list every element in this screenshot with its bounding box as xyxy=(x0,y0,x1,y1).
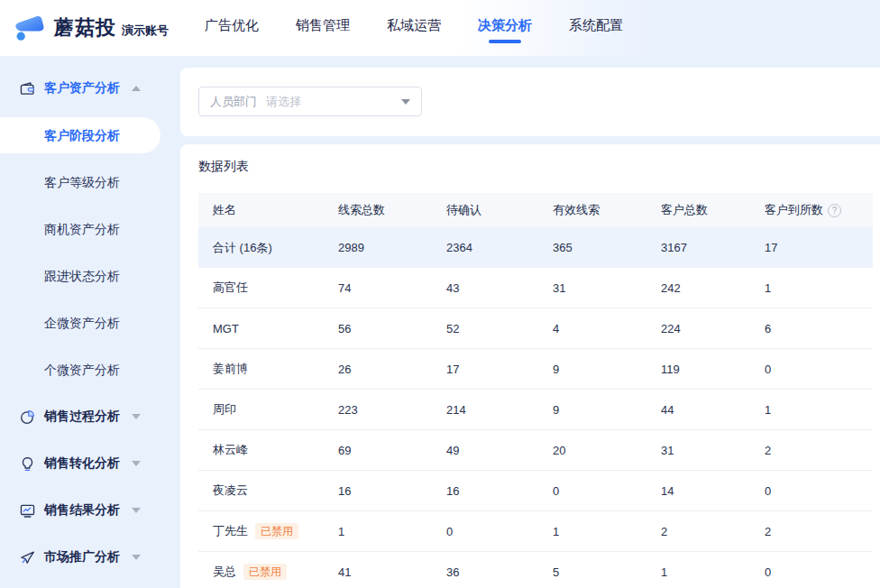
table-row: 高官任7443312421 xyxy=(198,268,873,308)
department-select[interactable]: 人员部门 请选择 xyxy=(198,87,422,116)
chevron-down-icon xyxy=(132,508,141,513)
value-cell: 1 xyxy=(765,281,873,295)
column-header-label: 客户到所数 xyxy=(765,202,823,218)
sidebar-group-label: 销售转化分析 xyxy=(44,455,120,472)
chevron-down-icon xyxy=(132,461,141,466)
column-header-姓名: 姓名 xyxy=(198,202,338,218)
monitor-chart-icon xyxy=(19,502,36,519)
column-header-label: 线索总数 xyxy=(338,202,385,218)
person-name: 姜前博 xyxy=(213,361,248,377)
summary-row: 合计 (16条)29892364365316717 xyxy=(198,227,873,268)
column-header-客户到所数: 客户到所数? xyxy=(765,202,873,218)
sidebar-group-label: 客户资产分析 xyxy=(44,80,120,96)
sidebar-group-销售转化分析[interactable]: 销售转化分析 xyxy=(0,446,180,482)
sidebar-group-label: 销售结果分析 xyxy=(44,502,120,519)
topnav-item-决策分析[interactable]: 决策分析 xyxy=(478,8,532,49)
brand-account-label: 演示账号 xyxy=(122,23,169,39)
sidebar-item-企微资产分析[interactable]: 企微资产分析 xyxy=(0,305,160,341)
value-cell: 1 xyxy=(338,525,446,538)
value-cell: 1 xyxy=(661,565,765,579)
data-list-title: 数据列表 xyxy=(198,159,880,175)
value-cell: 4 xyxy=(553,322,661,335)
name-cell: 夜凌云 xyxy=(198,482,338,499)
value-cell: 6 xyxy=(765,322,873,335)
value-cell: 1 xyxy=(765,403,873,417)
value-cell: 242 xyxy=(661,281,765,295)
sidebar-group-label: 市场推广分析 xyxy=(44,549,120,565)
table-row: 林云峰694920312 xyxy=(198,430,873,471)
column-header-有效线索: 有效线索 xyxy=(553,202,661,218)
value-cell: 0 xyxy=(765,363,873,376)
name-cell: 吴总已禁用 xyxy=(198,564,338,580)
brand-logo[interactable]: 蘑菇投 演示账号 xyxy=(0,14,169,41)
value-cell: 9 xyxy=(553,403,661,417)
value-cell: 224 xyxy=(661,322,765,335)
value-cell: 56 xyxy=(338,322,446,335)
sidebar-group-客户资产分析[interactable]: 客户资产分析 xyxy=(0,70,180,106)
sidebar-group-销售过程分析[interactable]: 销售过程分析 xyxy=(0,399,180,435)
column-header-待确认: 待确认 xyxy=(446,202,553,218)
person-name: 吴总 xyxy=(213,564,236,580)
sidebar-item-客户等级分析[interactable]: 客户等级分析 xyxy=(0,164,160,200)
value-cell: 5 xyxy=(553,565,661,579)
data-table: 姓名线索总数待确认有效线索客户总数客户到所数?合计 (16条)298923643… xyxy=(198,193,873,588)
value-cell: 74 xyxy=(338,281,446,295)
value-cell: 31 xyxy=(661,444,765,457)
table-row: 姜前博261791190 xyxy=(198,349,873,390)
value-cell: 9 xyxy=(553,363,661,376)
select-placeholder: 请选择 xyxy=(266,94,401,110)
table-row: 丁先生已禁用10122 xyxy=(198,511,873,552)
sidebar-item-客户阶段分析[interactable]: 客户阶段分析 xyxy=(0,117,160,153)
topnav-item-私域运营[interactable]: 私域运营 xyxy=(387,8,441,49)
value-cell: 214 xyxy=(446,403,553,417)
select-label: 人员部门 xyxy=(210,94,257,110)
filter-card: 人员部门 请选择 xyxy=(180,68,880,136)
value-cell: 2 xyxy=(765,525,873,538)
name-cell: 姜前博 xyxy=(198,361,338,377)
value-cell: 16 xyxy=(338,484,446,498)
top-bar: 蘑菇投 演示账号 广告优化销售管理私域运营决策分析系统配置 xyxy=(0,0,880,56)
person-name: 丁先生 xyxy=(213,523,248,539)
value-cell: 20 xyxy=(553,444,661,457)
name-cell: MGT xyxy=(198,322,338,335)
value-cell: 0 xyxy=(446,525,553,538)
help-icon[interactable]: ? xyxy=(828,204,841,217)
table-header-row: 姓名线索总数待确认有效线索客户总数客户到所数? xyxy=(198,193,873,227)
pie-chart-icon xyxy=(19,409,36,426)
table-row: 吴总已禁用4136510 xyxy=(198,552,873,588)
column-header-label: 客户总数 xyxy=(661,202,708,218)
top-navigation: 广告优化销售管理私域运营决策分析系统配置 xyxy=(205,8,660,49)
sidebar-navigation: 客户资产分析客户阶段分析客户等级分析商机资产分析跟进状态分析企微资产分析个微资产… xyxy=(0,56,180,588)
sidebar-item-商机资产分析[interactable]: 商机资产分析 xyxy=(0,211,160,247)
topnav-item-系统配置[interactable]: 系统配置 xyxy=(569,8,623,49)
person-name: 周印 xyxy=(213,401,236,418)
table-row: 周印2232149441 xyxy=(198,390,873,430)
value-cell: 0 xyxy=(765,565,873,579)
main-content: 人员部门 请选择 数据列表 姓名线索总数待确认有效线索客户总数客户到所数?合计 … xyxy=(180,56,880,588)
mushroom-logo-icon xyxy=(13,14,47,41)
value-cell: 2 xyxy=(765,444,873,457)
column-header-label: 待确认 xyxy=(446,202,481,218)
value-cell: 31 xyxy=(553,281,661,295)
brand-name: 蘑菇投 xyxy=(54,14,116,41)
column-header-客户总数: 客户总数 xyxy=(661,202,765,218)
topnav-item-销售管理[interactable]: 销售管理 xyxy=(296,8,350,49)
value-cell: 0 xyxy=(765,484,873,498)
sidebar-group-销售结果分析[interactable]: 销售结果分析 xyxy=(0,492,180,528)
summary-value-cell: 2364 xyxy=(446,241,553,254)
chevron-down-icon xyxy=(401,99,410,105)
paper-plane-icon xyxy=(19,549,36,566)
chevron-down-icon xyxy=(132,555,141,560)
value-cell: 16 xyxy=(446,484,553,498)
topnav-item-广告优化[interactable]: 广告优化 xyxy=(205,8,259,49)
sidebar-item-跟进状态分析[interactable]: 跟进状态分析 xyxy=(0,258,160,294)
value-cell: 43 xyxy=(446,281,553,295)
sidebar-group-市场推广分析[interactable]: 市场推广分析 xyxy=(0,539,180,575)
sidebar-item-个微资产分析[interactable]: 个微资产分析 xyxy=(0,352,160,388)
name-cell: 高官任 xyxy=(198,280,338,296)
person-name: 高官任 xyxy=(213,280,248,296)
summary-label-cell: 合计 (16条) xyxy=(198,240,338,256)
value-cell: 26 xyxy=(338,363,446,376)
summary-value-cell: 2989 xyxy=(338,241,446,254)
value-cell: 52 xyxy=(446,322,553,335)
